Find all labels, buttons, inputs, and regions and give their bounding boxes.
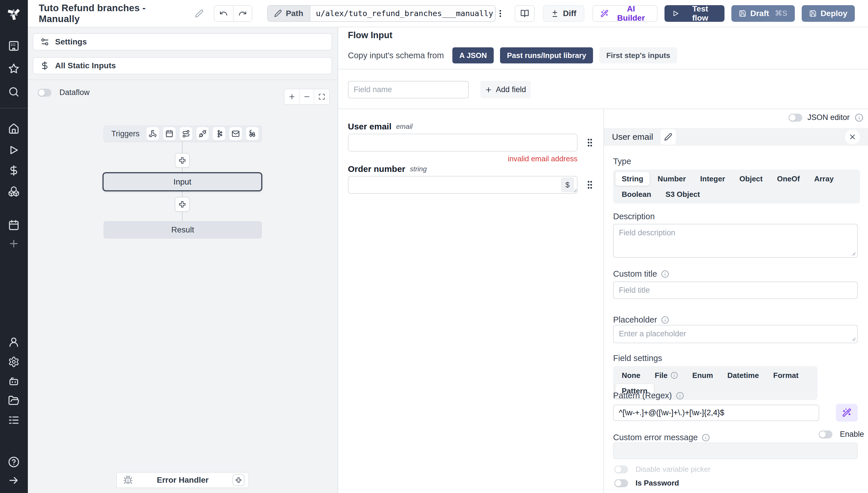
custom-error-enable-toggle[interactable] (819, 430, 832, 438)
home-icon[interactable] (8, 123, 20, 134)
copy-from-past-runs-button[interactable]: Past runs/Input library (500, 47, 593, 63)
setting-enum-chip[interactable]: Enum (686, 368, 719, 382)
dataflow-toggle[interactable] (38, 89, 51, 97)
add-step-button-top[interactable] (175, 153, 190, 168)
settings-gear-icon[interactable] (8, 356, 20, 368)
error-handler-node[interactable]: Error Handler (116, 472, 249, 488)
undo-button[interactable] (214, 6, 233, 21)
custom-title-input[interactable] (613, 281, 858, 299)
search-icon[interactable] (8, 86, 20, 98)
type-label: Type (613, 157, 631, 166)
is-password-toggle[interactable] (614, 479, 628, 487)
websocket-icon[interactable] (196, 127, 209, 140)
pattern-regex-label: Pattern (Regex) (613, 391, 684, 400)
field-name-input[interactable] (348, 81, 469, 99)
setting-datetime-chip[interactable]: Datetime (721, 368, 765, 382)
field-type: string (410, 165, 427, 173)
info-icon[interactable] (855, 113, 863, 122)
folders-icon[interactable] (8, 395, 20, 406)
info-icon[interactable] (661, 270, 669, 278)
workers-bot-icon[interactable] (8, 376, 20, 387)
draft-save-button[interactable]: Draft ⌘S (732, 5, 795, 22)
flow-input-fields: User email email invalid email address O… (338, 109, 604, 493)
info-icon[interactable] (661, 316, 669, 324)
user-icon[interactable] (8, 336, 20, 348)
input-node-selected[interactable]: Input (103, 172, 262, 191)
rename-field-pencil-icon[interactable] (660, 129, 676, 145)
webhook-icon[interactable] (146, 127, 159, 140)
logs-list-icon[interactable] (8, 414, 20, 426)
placeholder-textarea[interactable] (613, 325, 858, 343)
variables-dollar-icon[interactable] (8, 165, 20, 176)
windmill-flow-editor: Tuto Refund branches - Manually Path u/a… (0, 0, 868, 493)
zoom-in-button[interactable] (284, 89, 299, 104)
type-object-chip[interactable]: Object (733, 172, 769, 186)
add-field-button[interactable]: Add field (480, 81, 531, 99)
type-s3object-chip[interactable]: S3 Object (659, 187, 706, 201)
info-icon[interactable] (702, 434, 710, 442)
path-value[interactable]: u/alex/tuto_refund_branches___manually (310, 6, 495, 21)
add-plus-icon[interactable] (8, 238, 20, 249)
help-icon[interactable] (8, 456, 20, 468)
drag-handle-icon[interactable] (585, 178, 595, 191)
close-icon[interactable] (845, 129, 860, 144)
type-oneof-chip[interactable]: OneOf (771, 172, 806, 186)
setting-format-chip[interactable]: Format (767, 368, 805, 382)
path-editor[interactable]: Path u/alex/tuto_refund_branches___manua… (267, 5, 496, 22)
order-number-input[interactable] (348, 176, 577, 194)
drag-handle-icon[interactable] (585, 136, 595, 149)
pattern-regex-input[interactable] (613, 405, 819, 421)
json-editor-toggle[interactable] (788, 114, 802, 122)
type-string-chip[interactable]: String (615, 172, 650, 186)
schedule-icon[interactable] (163, 127, 176, 140)
type-integer-chip[interactable]: Integer (694, 172, 732, 186)
fit-view-button[interactable] (314, 89, 329, 104)
resources-boxes-icon[interactable] (8, 186, 20, 197)
resize-handle-icon[interactable] (571, 187, 577, 193)
type-array-chip[interactable]: Array (808, 172, 840, 186)
windmill-logo-icon[interactable] (6, 5, 22, 21)
ai-generate-regex-wand-icon[interactable] (836, 404, 858, 422)
resize-handle-icon[interactable] (850, 250, 856, 256)
copy-from-first-step-button[interactable]: First step's inputs (599, 47, 677, 63)
type-boolean-chip[interactable]: Boolean (615, 187, 658, 201)
type-number-chip[interactable]: Number (651, 172, 692, 186)
apps-icon[interactable] (8, 40, 20, 52)
ai-builder-button[interactable]: AI Builder (592, 5, 658, 22)
diff-button[interactable]: Diff (543, 5, 585, 22)
triggers-node[interactable]: Triggers (104, 126, 262, 142)
resize-handle-icon[interactable] (850, 336, 856, 342)
redo-button[interactable] (233, 6, 252, 21)
edit-title-pencil-icon[interactable] (195, 9, 204, 18)
custom-error-textarea (613, 443, 858, 459)
error-handler-add-icon[interactable] (233, 474, 245, 486)
schedules-calendar-icon[interactable] (8, 219, 20, 231)
field-label-row: User email email (348, 122, 412, 131)
zoom-out-button[interactable] (299, 89, 314, 104)
add-step-button-bottom[interactable] (175, 197, 190, 212)
is-password-row: Is Password (614, 479, 679, 488)
flow-settings-button[interactable]: Settings (33, 33, 332, 50)
route-icon[interactable] (180, 127, 192, 140)
setting-none-chip[interactable]: None (615, 368, 647, 382)
user-email-input[interactable] (348, 134, 577, 151)
description-textarea[interactable] (613, 224, 858, 258)
result-node[interactable]: Result (104, 221, 262, 238)
docs-book-button[interactable] (515, 5, 535, 22)
path-button[interactable]: Path (268, 6, 310, 21)
dollar-icon (40, 61, 49, 70)
email-icon[interactable] (229, 127, 242, 140)
expand-arrow-icon[interactable] (8, 475, 20, 486)
mqtt-icon[interactable] (246, 127, 259, 140)
all-static-inputs-button[interactable]: All Static Inputs (33, 57, 332, 74)
runs-play-icon[interactable] (8, 144, 20, 156)
more-kebab-icon[interactable] (496, 9, 505, 18)
disable-variable-picker-toggle[interactable] (614, 466, 628, 473)
copy-from-json-button[interactable]: A JSON (452, 47, 494, 63)
favorites-star-icon[interactable] (8, 63, 20, 74)
kafka-icon[interactable] (213, 127, 225, 140)
test-flow-button[interactable]: Test flow (664, 5, 724, 22)
setting-file-chip[interactable]: File (649, 368, 684, 382)
deploy-button[interactable]: Deploy (802, 5, 855, 22)
info-icon[interactable] (676, 392, 684, 400)
